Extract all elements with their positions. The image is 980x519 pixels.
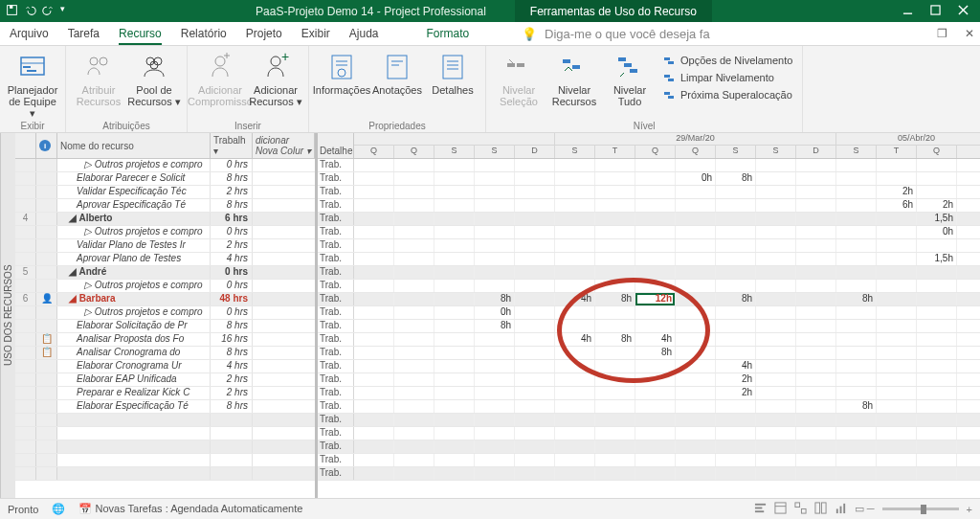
timephased-cell[interactable] xyxy=(716,467,756,480)
timephased-cell[interactable] xyxy=(756,226,796,238)
timephased-cell[interactable] xyxy=(394,373,434,386)
timephased-cell[interactable] xyxy=(917,467,957,480)
save-icon[interactable] xyxy=(6,4,18,18)
timephased-cell[interactable] xyxy=(796,454,836,466)
timephased-cell[interactable] xyxy=(595,414,635,426)
timephased-cell[interactable] xyxy=(595,387,635,399)
timephased-cell[interactable] xyxy=(635,172,676,185)
timephased-cell[interactable] xyxy=(676,239,716,252)
tab-arquivo[interactable]: Arquivo xyxy=(10,27,49,40)
day-header[interactable]: D xyxy=(515,146,555,158)
timephased-row[interactable]: Trab.2h xyxy=(318,387,980,400)
resource-row[interactable]: ▷ Outros projetos e compro0 hrs xyxy=(15,159,315,172)
timephased-cell[interactable] xyxy=(836,239,877,252)
timephased-cell[interactable] xyxy=(475,467,515,480)
timephased-cell[interactable] xyxy=(595,360,635,372)
timephased-cell[interactable] xyxy=(434,186,475,198)
timephased-cell[interactable] xyxy=(676,266,716,279)
timephased-cell[interactable] xyxy=(354,320,394,332)
timephased-cell[interactable] xyxy=(434,440,475,453)
timephased-cell[interactable] xyxy=(917,239,957,252)
timephased-cell[interactable] xyxy=(515,159,555,171)
timephased-cell[interactable] xyxy=(716,159,756,171)
tab-exibir[interactable]: Exibir xyxy=(301,27,330,40)
view-network-icon[interactable] xyxy=(794,502,807,516)
timephased-cell[interactable] xyxy=(836,213,877,225)
timephased-cell[interactable] xyxy=(394,226,434,238)
timephased-cell[interactable] xyxy=(394,266,434,279)
timephased-cell[interactable] xyxy=(515,253,555,265)
timephased-cell[interactable] xyxy=(917,414,957,426)
day-header[interactable]: D xyxy=(796,146,836,158)
resource-row[interactable] xyxy=(15,440,315,454)
timephased-cell[interactable] xyxy=(515,427,555,440)
timephased-cell[interactable] xyxy=(756,186,796,198)
timephased-cell[interactable] xyxy=(354,280,394,292)
timephased-cell[interactable]: 8h xyxy=(475,320,515,332)
timephased-cell[interactable] xyxy=(716,186,756,198)
timephased-cell[interactable] xyxy=(595,427,635,440)
day-header[interactable]: Q xyxy=(917,146,957,158)
timephased-cell[interactable] xyxy=(756,280,796,292)
timephased-cell[interactable]: 1,5h xyxy=(917,253,957,265)
timephased-cell[interactable]: 0h xyxy=(917,226,957,238)
timephased-cell[interactable] xyxy=(756,172,796,185)
timephased-cell[interactable] xyxy=(354,266,394,279)
timephased-cell[interactable] xyxy=(635,373,676,386)
timephased-row[interactable]: Trab.8h4h8h12h8h8h xyxy=(318,293,980,306)
timephased-cell[interactable] xyxy=(635,414,676,426)
timephased-cell[interactable] xyxy=(595,400,635,413)
timephased-cell[interactable] xyxy=(515,226,555,238)
timephased-cell[interactable] xyxy=(917,186,957,198)
timephased-cell[interactable] xyxy=(756,400,796,413)
detail-column-header[interactable]: Detalhe xyxy=(318,133,354,158)
timephased-cell[interactable] xyxy=(635,266,676,279)
timephased-cell[interactable] xyxy=(354,333,394,346)
timephased-cell[interactable] xyxy=(555,440,595,453)
ribbon-button[interactable]: Anotações xyxy=(370,50,424,96)
timephased-cell[interactable] xyxy=(354,226,394,238)
timephased-cell[interactable]: 4h xyxy=(555,293,595,305)
timephased-cell[interactable] xyxy=(595,347,635,359)
timephased-cell[interactable] xyxy=(475,414,515,426)
timephased-cell[interactable] xyxy=(796,293,836,305)
timephased-cell[interactable] xyxy=(836,199,877,212)
timephased-cell[interactable] xyxy=(836,186,877,198)
timephased-cell[interactable] xyxy=(796,467,836,480)
timephased-cell[interactable] xyxy=(434,293,475,305)
undo-icon[interactable] xyxy=(24,4,36,18)
timephased-cell[interactable] xyxy=(877,440,917,453)
timephased-cell[interactable] xyxy=(595,172,635,185)
timephased-cell[interactable] xyxy=(716,400,756,413)
timephased-cell[interactable] xyxy=(836,347,877,359)
timephased-row[interactable]: Trab. xyxy=(318,280,980,293)
ribbon-button[interactable]: NivelarTudo xyxy=(603,50,657,107)
resource-row[interactable]: Validar Especificação Téc2 hrs xyxy=(15,186,315,199)
timephased-row[interactable]: Trab.4h8h4h xyxy=(318,333,980,347)
resource-row[interactable]: Validar Plano de Testes Ir2 hrs xyxy=(15,239,315,253)
timephased-cell[interactable] xyxy=(796,414,836,426)
timephased-cell[interactable]: 0h xyxy=(475,306,515,319)
timephased-cell[interactable] xyxy=(877,306,917,319)
timephased-cell[interactable] xyxy=(515,387,555,399)
timephased-cell[interactable] xyxy=(796,226,836,238)
timephased-cell[interactable] xyxy=(635,440,676,453)
resource-row[interactable] xyxy=(15,454,315,467)
timephased-cell[interactable] xyxy=(354,186,394,198)
timephased-cell[interactable] xyxy=(836,159,877,171)
timephased-cell[interactable] xyxy=(877,172,917,185)
tab-ajuda[interactable]: Ajuda xyxy=(349,27,379,40)
timephased-cell[interactable] xyxy=(434,253,475,265)
timephased-cell[interactable] xyxy=(394,199,434,212)
timephased-row[interactable]: Trab. xyxy=(318,159,980,172)
close-icon[interactable] xyxy=(958,5,969,17)
timephased-cell[interactable] xyxy=(917,293,957,305)
timephased-cell[interactable] xyxy=(354,387,394,399)
timephased-cell[interactable] xyxy=(394,387,434,399)
timephased-cell[interactable] xyxy=(555,427,595,440)
timephased-cell[interactable] xyxy=(877,373,917,386)
week-header[interactable]: 29/Mar/20 xyxy=(555,133,836,146)
timephased-cell[interactable] xyxy=(475,253,515,265)
timephased-cell[interactable] xyxy=(917,440,957,453)
timephased-cell[interactable] xyxy=(676,427,716,440)
